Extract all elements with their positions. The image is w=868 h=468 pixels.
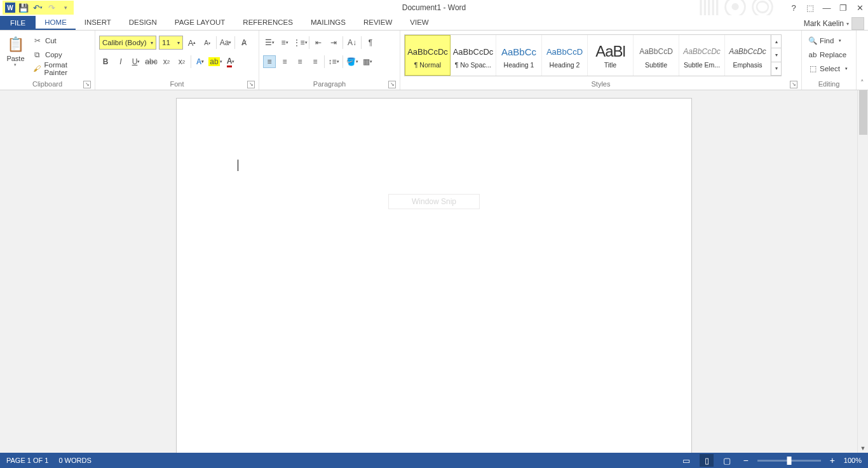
paste-button[interactable]: 📋 Paste ▾: [4, 34, 27, 67]
borders-button[interactable]: ▦▾: [361, 55, 374, 68]
print-layout-button[interactable]: ▯: [700, 454, 714, 467]
italic-button[interactable]: I: [114, 55, 127, 68]
scrollbar-thumb[interactable]: [859, 90, 867, 135]
tab-view[interactable]: VIEW: [401, 16, 437, 30]
tab-references[interactable]: REFERENCES: [234, 16, 302, 30]
tab-page-layout[interactable]: PAGE LAYOUT: [166, 16, 234, 30]
tab-design[interactable]: DESIGN: [120, 16, 166, 30]
shading-button[interactable]: 🪣▾: [346, 55, 358, 68]
minimize-icon[interactable]: ―: [821, 2, 832, 13]
align-left-button[interactable]: ≡: [263, 55, 276, 68]
numbering-button[interactable]: ≡▾: [278, 36, 291, 49]
find-button[interactable]: 🔍Find▾: [806, 34, 850, 47]
font-color-button[interactable]: A▾: [224, 55, 237, 68]
style-heading[interactable]: AaBbCcHeading 1: [496, 35, 542, 76]
clipboard-group-label: Clipboard: [32, 80, 62, 88]
zoom-level[interactable]: 100%: [844, 457, 862, 464]
collapse-ribbon-button[interactable]: ˄: [857, 31, 868, 90]
close-icon[interactable]: ✕: [854, 2, 865, 13]
zoom-in-button[interactable]: +: [827, 455, 837, 465]
document-page[interactable]: Window Snip: [176, 98, 692, 453]
tab-file[interactable]: FILE: [0, 16, 36, 30]
zoom-slider[interactable]: [757, 460, 821, 462]
multilevel-list-button[interactable]: ⋮≡▾: [294, 36, 306, 49]
undo-icon[interactable]: ↶▾: [32, 2, 43, 13]
save-icon[interactable]: 💾: [18, 2, 29, 13]
change-case-button[interactable]: Aa▾: [219, 36, 232, 49]
styles-gallery-scroll: ▴▾▾: [771, 35, 781, 76]
user-account[interactable]: Mark Kaelin ▾: [804, 17, 868, 30]
word-count[interactable]: 0 WORDS: [58, 457, 91, 464]
bullets-button[interactable]: ☰▾: [263, 36, 276, 49]
strikethrough-button[interactable]: abc: [145, 55, 158, 68]
shrink-font-button[interactable]: A▾: [201, 36, 214, 49]
grow-font-button[interactable]: A▴: [186, 36, 198, 49]
redo-icon[interactable]: ↷: [46, 2, 57, 13]
avatar[interactable]: [851, 17, 864, 30]
paste-label: Paste: [6, 55, 24, 62]
replace-button[interactable]: abReplace: [806, 48, 850, 61]
read-mode-button[interactable]: ▭: [679, 454, 693, 467]
style-subtleem[interactable]: AaBbCcDcSubtle Em...: [679, 35, 725, 76]
zoom-out-button[interactable]: −: [740, 455, 750, 465]
paragraph-dialog-launcher[interactable]: ↘: [388, 81, 396, 88]
cut-label: Cut: [45, 37, 57, 45]
style-emphasis[interactable]: AaBbCcDcEmphasis: [725, 35, 771, 76]
help-icon[interactable]: ?: [788, 2, 799, 13]
subscript-button[interactable]: x2: [160, 55, 173, 68]
user-dropdown-icon[interactable]: ▾: [846, 21, 849, 27]
highlight-button[interactable]: ab▾: [209, 55, 222, 68]
web-layout-button[interactable]: ▢: [720, 454, 734, 467]
cut-button[interactable]: ✂Cut: [30, 34, 91, 47]
zoom-slider-handle[interactable]: [787, 457, 791, 465]
align-center-button[interactable]: ≡: [278, 55, 291, 68]
bold-button[interactable]: B: [99, 55, 112, 68]
restore-icon[interactable]: ❐: [837, 2, 849, 13]
clipboard-dialog-launcher[interactable]: ↘: [83, 81, 91, 88]
align-right-button[interactable]: ≡: [294, 55, 306, 68]
status-bar: PAGE 1 OF 1 0 WORDS ▭ ▯ ▢ − + 100%: [0, 453, 868, 468]
style-name-label: Title: [604, 61, 616, 69]
style-preview: AaBbCcDc: [407, 42, 448, 61]
page-indicator[interactable]: PAGE 1 OF 1: [6, 457, 48, 464]
decrease-indent-button[interactable]: ⇤: [312, 36, 325, 49]
clear-formatting-button[interactable]: A̷: [238, 36, 250, 49]
styles-scroll-up[interactable]: ▴: [771, 35, 781, 48]
replace-label: Replace: [820, 51, 846, 59]
underline-button[interactable]: U▾: [130, 55, 142, 68]
style-name-label: Heading 1: [504, 61, 534, 69]
font-name-combo[interactable]: Calibri (Body)▾: [99, 36, 156, 50]
font-size-combo[interactable]: 11▾: [159, 36, 183, 50]
word-icon[interactable]: W: [5, 3, 15, 13]
style-heading[interactable]: AaBbCcDHeading 2: [542, 35, 588, 76]
scroll-down-icon[interactable]: ▼: [858, 445, 868, 451]
superscript-button[interactable]: x2: [175, 55, 188, 68]
tab-review[interactable]: REVIEW: [355, 16, 401, 30]
style-subtitle[interactable]: AaBbCcDSubtitle: [634, 35, 679, 76]
font-dialog-launcher[interactable]: ↘: [247, 81, 255, 88]
tab-insert[interactable]: INSERT: [76, 16, 120, 30]
increase-indent-button[interactable]: ⇥: [327, 36, 340, 49]
sort-button[interactable]: A↓: [346, 36, 358, 49]
select-button[interactable]: ⬚Select▾: [806, 62, 850, 75]
find-label: Find: [820, 37, 834, 45]
style-nospac[interactable]: AaBbCcDc¶ No Spac...: [451, 35, 496, 76]
styles-scroll-down[interactable]: ▾: [771, 48, 781, 62]
style-normal[interactable]: AaBbCcDc¶ Normal: [405, 35, 451, 76]
styles-dialog-launcher[interactable]: ↘: [790, 81, 797, 88]
format-painter-button[interactable]: 🖌Format Painter: [30, 62, 91, 75]
tab-mailings[interactable]: MAILINGS: [302, 16, 355, 30]
line-spacing-button[interactable]: ↕≡▾: [327, 55, 340, 68]
ribbon-display-options-icon[interactable]: ⬚: [804, 2, 816, 13]
tab-home[interactable]: HOME: [36, 16, 76, 30]
customize-qat-icon[interactable]: ▾: [60, 2, 71, 13]
group-editing: 🔍Find▾ abReplace ⬚Select▾ Editing: [802, 31, 857, 90]
justify-button[interactable]: ≡: [309, 55, 322, 68]
text-effects-button[interactable]: A▾: [194, 55, 207, 68]
styles-expand[interactable]: ▾: [771, 62, 781, 76]
style-title[interactable]: AaBlTitle: [588, 35, 634, 76]
copy-button[interactable]: ⧉Copy: [30, 48, 91, 61]
select-label: Select: [820, 65, 840, 72]
show-hide-button[interactable]: ¶: [364, 36, 377, 49]
vertical-scrollbar[interactable]: ▲ ▼: [857, 90, 868, 453]
